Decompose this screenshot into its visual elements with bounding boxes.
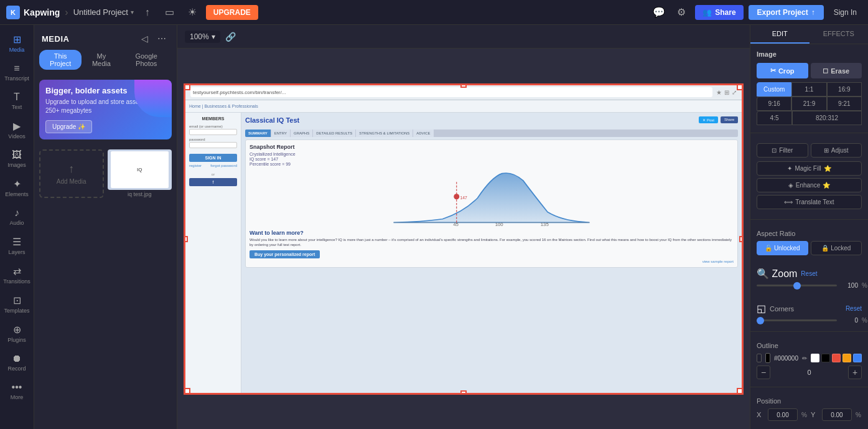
- signin-button[interactable]: Sign In: [829, 5, 862, 20]
- desktop-icon[interactable]: ▭: [161, 4, 179, 21]
- add-media-item[interactable]: ↑ Add Media: [39, 149, 104, 198]
- image-section: Image ✂ Crop ◻ Erase Custom 1:1 16:9: [750, 44, 868, 129]
- outline-checkbox[interactable]: [757, 354, 762, 362]
- sidebar-item-plugins[interactable]: ⊕ Plugins: [1, 320, 32, 347]
- outline-color-swatch[interactable]: [765, 353, 771, 363]
- enhance-icon: ◈: [788, 182, 793, 189]
- view-sample-link: view sample report: [250, 260, 734, 263]
- transitions-icon: ⇄: [13, 265, 21, 277]
- sidebar-item-transitions-label: Transitions: [3, 278, 30, 285]
- canvas-handle-top[interactable]: [460, 84, 467, 88]
- corners-slider[interactable]: [757, 319, 837, 321]
- canvas-handle-right[interactable]: [739, 236, 743, 242]
- crop-icon: ✂: [770, 67, 776, 75]
- upsell-upgrade-button[interactable]: Upgrade ✨: [45, 120, 92, 133]
- tab-effects[interactable]: EFFECTS: [810, 25, 869, 44]
- preset-21-9[interactable]: 21:9: [791, 97, 826, 111]
- site-nav: Home | Businesses & Professionals: [185, 100, 742, 113]
- sidebar-item-transcript[interactable]: ≡ Transcript: [1, 59, 32, 85]
- zoom-reset-btn[interactable]: Reset: [801, 270, 817, 277]
- preset-9-16[interactable]: 9:16: [757, 97, 791, 111]
- corners-reset-btn[interactable]: Reset: [846, 305, 862, 312]
- settings-icon[interactable]: ⚙: [673, 4, 690, 21]
- svg-point-5: [454, 194, 459, 199]
- zoom-value: 100%: [190, 32, 209, 41]
- canvas-handle-br[interactable]: [737, 388, 743, 394]
- sidebar-item-templates[interactable]: ⊡ Templates: [1, 291, 32, 318]
- sidebar-item-media[interactable]: ⊞ Media: [1, 30, 32, 57]
- iq-chart: 45 100 135 147: [250, 170, 734, 226]
- sidebar-item-more[interactable]: ••• More: [1, 378, 32, 404]
- translate-text-button[interactable]: ⟺ Translate Text: [757, 195, 862, 209]
- crop-button[interactable]: ✂ Crop: [757, 63, 808, 78]
- canvas-handle-bottom[interactable]: [460, 390, 467, 394]
- sidebar-item-elements[interactable]: ✦ Elements: [1, 174, 32, 201]
- media-filename: iq test.jpg: [108, 190, 172, 199]
- tab-advice: ADVICE: [413, 130, 433, 137]
- locked-button[interactable]: 🔒 Locked: [811, 241, 862, 255]
- corners-value: 0: [841, 317, 858, 324]
- canvas-wrapper[interactable]: testyourself.psychtests.com/bin/transfer…: [177, 49, 750, 429]
- media-panel-more-btn[interactable]: ⋯: [154, 31, 169, 46]
- preset-820-312[interactable]: 820:312: [792, 111, 862, 125]
- sidebar-item-audio[interactable]: ♪ Audio: [1, 204, 32, 230]
- x-input[interactable]: [768, 408, 798, 421]
- adjust-button[interactable]: ⊞ Adjust: [811, 143, 862, 158]
- color-preset-white[interactable]: [811, 354, 819, 362]
- sidebar-item-images[interactable]: 🖼 Images: [1, 146, 32, 172]
- canvas-handle-tl[interactable]: [184, 84, 190, 90]
- stroke-minus-btn[interactable]: −: [757, 365, 770, 379]
- divider-4: [750, 387, 868, 387]
- tab-edit[interactable]: EDIT: [750, 25, 810, 44]
- preset-16-9[interactable]: 16:9: [827, 82, 862, 97]
- zoom-control[interactable]: 100% ▾: [185, 31, 220, 43]
- canvas-handle-left[interactable]: [184, 236, 188, 242]
- templates-icon: ⊡: [13, 295, 21, 306]
- tab-google-photos[interactable]: Google Photos: [121, 50, 172, 70]
- preset-1-1[interactable]: 1:1: [791, 82, 826, 97]
- erase-button[interactable]: ◻ Erase: [811, 63, 862, 78]
- email-label: email (or username): [189, 125, 237, 128]
- color-preset-yellow[interactable]: [842, 354, 851, 362]
- preset-9-21[interactable]: 9:21: [827, 97, 862, 111]
- preset-custom[interactable]: Custom: [757, 82, 791, 97]
- tab-this-project[interactable]: This Project: [39, 50, 82, 70]
- share-button[interactable]: 👥 Share: [695, 5, 743, 20]
- iq-tabs: SUMMARY ENTRY GRAPHS DETAILED RESULTS ST…: [245, 130, 738, 137]
- outline-color-edit-btn[interactable]: ✏: [802, 355, 807, 362]
- stroke-plus-btn[interactable]: +: [848, 365, 862, 379]
- separator: ›: [65, 7, 68, 18]
- share-upload-icon[interactable]: ↑: [139, 4, 156, 21]
- canvas-handle-tr[interactable]: [737, 84, 743, 90]
- sidebar-item-text[interactable]: T Text: [1, 88, 32, 114]
- sun-icon[interactable]: ☀: [184, 4, 201, 21]
- color-preset-blue[interactable]: [853, 354, 862, 362]
- color-preset-black[interactable]: [821, 354, 830, 362]
- magic-fill-button[interactable]: ✦ Magic Fill ⭐: [757, 161, 862, 176]
- project-name[interactable]: Untitled Project ▾: [73, 7, 134, 17]
- color-preset-red[interactable]: [832, 354, 841, 362]
- sidebar-item-images-label: Images: [7, 162, 26, 168]
- y-input[interactable]: [822, 408, 852, 421]
- sidebar-item-videos[interactable]: ▶ Videos: [1, 116, 32, 143]
- sidebar-item-record[interactable]: ⏺ Record: [1, 349, 32, 375]
- filter-button[interactable]: ⊡ Filter: [757, 143, 808, 158]
- canvas-handle-bl[interactable]: [184, 388, 190, 394]
- layers-icon: ☰: [12, 236, 21, 248]
- media-item-iq[interactable]: IQ iq test.jpg: [108, 149, 172, 199]
- corners-section: ◱ Corners Reset 0 %: [750, 293, 868, 328]
- enhance-button[interactable]: ◈ Enhance ⭐: [757, 178, 862, 192]
- y-unit: %: [856, 412, 861, 418]
- tab-my-media[interactable]: My Media: [83, 50, 119, 70]
- upgrade-button[interactable]: UPGRADE: [206, 5, 258, 20]
- sidebar-item-layers[interactable]: ☰ Layers: [1, 232, 32, 259]
- canvas-toolbar: 100% ▾ 🔗: [177, 25, 750, 49]
- media-panel-collapse-btn[interactable]: ◁: [137, 31, 152, 46]
- lock-button[interactable]: 🔗: [225, 32, 236, 42]
- zoom-slider[interactable]: [757, 285, 837, 286]
- sidebar-item-transitions[interactable]: ⇄ Transitions: [1, 262, 32, 288]
- unlocked-button[interactable]: 🔓 Unlocked: [757, 241, 808, 255]
- chat-icon[interactable]: 💬: [650, 4, 668, 21]
- preset-4-5[interactable]: 4:5: [757, 111, 792, 125]
- export-button[interactable]: Export Project ↑: [749, 5, 824, 20]
